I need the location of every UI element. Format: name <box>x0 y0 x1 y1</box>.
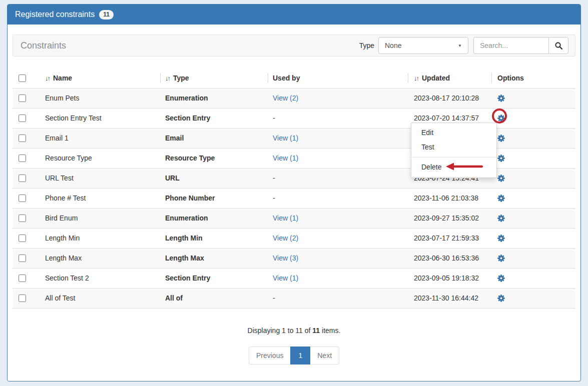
used-by-cell: View (1) <box>268 128 408 148</box>
row-select-cell <box>13 188 40 208</box>
row-checkbox[interactable] <box>19 174 26 182</box>
row-checkbox[interactable] <box>19 254 26 262</box>
constraint-name: URL Test <box>40 168 160 188</box>
table-row: Bird EnumEnumerationView (1)2023-09-27 1… <box>13 208 575 228</box>
row-select-cell <box>13 268 40 288</box>
used-by-cell: - <box>268 108 408 128</box>
toolbar-heading: Constraints <box>21 40 66 51</box>
used-by-link[interactable]: View (2) <box>273 234 298 242</box>
table-row: Section Test 2Section EntryView (1)2023-… <box>13 268 575 288</box>
summary-prefix: Displaying 1 to 11 of <box>248 326 313 334</box>
pagination-previous-button[interactable]: Previous <box>249 346 290 364</box>
row-options-button[interactable] <box>497 134 505 142</box>
row-select-cell <box>13 248 40 268</box>
menu-item-delete[interactable]: Delete <box>411 160 496 174</box>
gear-icon <box>497 114 505 122</box>
chevron-down-icon: ▼ <box>458 44 462 48</box>
used-by-link[interactable]: View (1) <box>273 154 298 162</box>
options-cell <box>491 148 575 168</box>
used-by-none: - <box>273 194 275 202</box>
row-select-cell <box>13 88 40 108</box>
used-by-none: - <box>273 174 275 182</box>
column-header-updated[interactable]: ↓↑Updated <box>408 68 491 88</box>
row-checkbox[interactable] <box>19 214 26 222</box>
options-cell <box>491 208 575 228</box>
options-cell <box>491 228 575 248</box>
gear-icon <box>497 214 505 222</box>
row-checkbox[interactable] <box>19 154 26 162</box>
column-header-name[interactable]: ↓↑Name <box>40 68 160 88</box>
constraint-name: Length Max <box>40 248 160 268</box>
toolbar-controls: Type None ▼ <box>359 37 568 54</box>
row-options-button[interactable] <box>497 254 505 262</box>
updated-timestamp: 2023-11-30 16:44:42 <box>408 288 491 308</box>
row-options-button[interactable] <box>497 234 505 242</box>
constraint-type: Email <box>160 128 268 148</box>
column-header-type[interactable]: ↓↑Type <box>160 68 268 88</box>
pagination: Previous 1 Next <box>13 346 575 364</box>
constraint-name: Resource Type <box>40 148 160 168</box>
row-checkbox[interactable] <box>19 114 26 122</box>
pagination-next-button[interactable]: Next <box>310 346 339 364</box>
select-all-cell <box>13 68 40 88</box>
constraint-type: Enumeration <box>160 88 268 108</box>
constraints-table: ↓↑Name ↓↑Type Used by ↓↑Updated Options <box>13 68 575 308</box>
row-checkbox[interactable] <box>19 194 26 202</box>
gear-icon <box>497 194 505 202</box>
search-input[interactable] <box>473 37 548 54</box>
constraint-type: URL <box>160 168 268 188</box>
search-icon <box>554 42 563 50</box>
used-by-link[interactable]: View (3) <box>273 254 298 262</box>
updated-timestamp: 2023-09-05 19:18:32 <box>408 268 491 288</box>
used-by-link[interactable]: View (1) <box>273 274 298 282</box>
options-cell <box>491 128 575 148</box>
menu-item-test[interactable]: Test <box>411 140 496 154</box>
column-header-used-by: Used by <box>268 68 408 88</box>
options-cell <box>491 288 575 308</box>
menu-divider <box>411 157 496 158</box>
used-by-cell: - <box>268 188 408 208</box>
table-row: Enum PetsEnumerationView (2)2023-08-17 2… <box>13 88 575 108</box>
row-options-button[interactable] <box>497 154 505 162</box>
constraint-name: Section Test 2 <box>40 268 160 288</box>
type-filter-select[interactable]: None ▼ <box>378 37 468 54</box>
sort-icon: ↓↑ <box>414 74 418 82</box>
used-by-cell: View (1) <box>268 208 408 228</box>
column-label: Name <box>53 74 72 82</box>
row-checkbox[interactable] <box>19 294 26 302</box>
row-checkbox[interactable] <box>19 274 26 282</box>
row-checkbox[interactable] <box>19 134 26 142</box>
row-checkbox[interactable] <box>19 234 26 242</box>
summary-total: 11 <box>312 326 320 334</box>
pagination-page-1-button[interactable]: 1 <box>290 346 310 364</box>
search-group <box>473 37 568 54</box>
used-by-link[interactable]: View (2) <box>273 94 298 102</box>
row-options-button[interactable] <box>497 94 505 102</box>
gear-icon <box>497 234 505 242</box>
row-options-button[interactable] <box>497 214 505 222</box>
gear-icon <box>497 154 505 162</box>
table-header-row: ↓↑Name ↓↑Type Used by ↓↑Updated Options <box>13 68 575 88</box>
constraint-name: Bird Enum <box>40 208 160 228</box>
table-row: Length MaxLength MaxView (3)2023-06-30 1… <box>13 248 575 268</box>
used-by-none: - <box>273 114 275 122</box>
row-checkbox[interactable] <box>19 94 26 102</box>
row-options-button[interactable] <box>497 294 505 302</box>
search-button[interactable] <box>548 37 568 54</box>
used-by-link[interactable]: View (1) <box>273 214 298 222</box>
select-all-checkbox[interactable] <box>19 74 26 82</box>
summary-suffix: items. <box>320 326 340 334</box>
updated-timestamp: 2023-08-17 20:10:28 <box>408 88 491 108</box>
row-options-button[interactable] <box>497 274 505 282</box>
sort-icon: ↓↑ <box>165 74 170 82</box>
used-by-link[interactable]: View (1) <box>273 134 298 142</box>
row-options-button[interactable] <box>497 174 505 182</box>
gear-icon <box>497 174 505 182</box>
row-options-button[interactable] <box>497 194 505 202</box>
row-options-button[interactable] <box>497 114 505 122</box>
row-select-cell <box>13 108 40 128</box>
used-by-cell: - <box>268 168 408 188</box>
constraint-name: Email 1 <box>40 128 160 148</box>
menu-item-edit[interactable]: Edit <box>411 126 496 140</box>
gear-icon <box>497 274 505 282</box>
